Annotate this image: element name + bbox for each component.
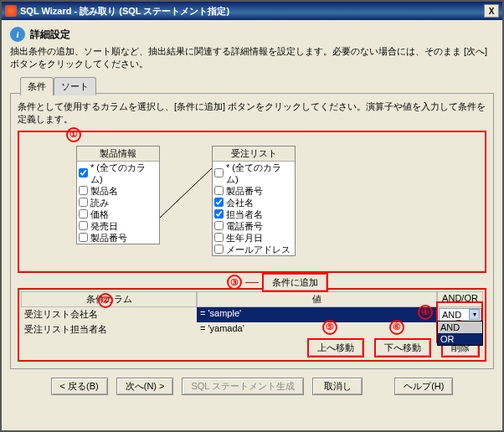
col-label: 読み <box>90 197 109 208</box>
col-check[interactable] <box>214 209 224 219</box>
callout-3: ③ <box>227 275 242 290</box>
col-check[interactable] <box>79 233 88 242</box>
col-label: 製品番号 <box>226 185 263 197</box>
table-diagram: 製品情報 * (全てのカラム) 製品名 読み 価格 発売日 製品番号 受注リスト… <box>24 139 480 265</box>
col-check[interactable] <box>214 221 224 230</box>
col-check[interactable] <box>214 198 224 207</box>
page-heading: 詳細設定 <box>30 28 70 42</box>
tab-conditions[interactable]: 条件 <box>20 77 54 95</box>
info-icon: i <box>10 27 25 42</box>
dropdown-option-and[interactable]: AND <box>438 321 482 333</box>
dropdown-option-or[interactable]: OR <box>438 333 482 345</box>
table-title-left: 製品情報 <box>77 147 159 162</box>
move-down-button[interactable]: 下へ移動 <box>374 338 431 357</box>
table-list-right[interactable]: 受注リスト * (全てのカラム) 製品番号 会社名 担当者名 電話番号 生年月日… <box>212 146 296 256</box>
col-check[interactable] <box>214 244 224 254</box>
col-check[interactable] <box>79 221 88 230</box>
col-check[interactable] <box>79 186 88 195</box>
add-condition-button[interactable]: 条件に追加 <box>262 273 328 292</box>
col-check[interactable] <box>214 186 224 195</box>
col-label: メールアドレス <box>226 244 291 255</box>
tab-strip: 条件ソート <box>20 76 494 93</box>
col-label: 会社名 <box>226 197 254 208</box>
tab-panel: 条件として使用するカラムを選択し、[条件に追加] ボタンをクリックしてください。… <box>10 93 494 369</box>
col-check[interactable] <box>214 168 224 177</box>
condition-row[interactable]: 受注リスト会社名 = 'sample' AND ▾ AND OR <box>21 307 483 322</box>
col-label: 生年月日 <box>226 232 263 244</box>
col-check[interactable] <box>79 168 88 177</box>
col-check[interactable] <box>214 233 224 242</box>
col-label: * (全てのカラム) <box>90 162 157 185</box>
panel-instruction: 条件として使用するカラムを選択し、[条件に追加] ボタンをクリックしてください。… <box>18 100 486 126</box>
help-button[interactable]: ヘルプ(H) <box>394 378 453 395</box>
condition-grid-header: 条件カラム 値 AND/OR <box>21 291 483 307</box>
content-area: i 詳細設定 抽出条件の追加、ソート順など、抽出結果に関連する詳細情報を設定しま… <box>2 20 502 405</box>
col-label: 電話番号 <box>226 220 263 232</box>
callout-arrow <box>245 282 259 283</box>
callout-2: ② <box>98 293 113 308</box>
cond-column-cell: 受注リスト会社名 <box>21 307 197 322</box>
col-check[interactable] <box>79 209 88 219</box>
svg-line-0 <box>160 168 212 218</box>
table-title-right: 受注リスト <box>213 147 295 162</box>
table-list-left[interactable]: 製品情報 * (全てのカラム) 製品名 読み 価格 発売日 製品番号 <box>76 146 160 244</box>
generate-sql-button[interactable]: SQL ステートメント生成 <box>182 378 304 395</box>
col-label: 製品番号 <box>90 232 127 244</box>
next-button[interactable]: 次へ(N) > <box>116 378 174 395</box>
header-value: 値 <box>197 291 437 307</box>
titlebar: SQL Wizard - 読み取り (SQL ステートメント指定) X <box>2 2 502 20</box>
col-label: 発売日 <box>90 220 118 232</box>
cond-column-cell: 受注リスト担当者名 <box>21 322 197 337</box>
callout-4: ④ <box>418 305 433 320</box>
move-up-button[interactable]: 上へ移動 <box>307 338 364 357</box>
callout-5: ⑤ <box>322 320 337 335</box>
app-icon <box>5 5 17 17</box>
col-label: 価格 <box>90 208 109 220</box>
annotation-box-1: ① 製品情報 * (全てのカラム) 製品名 読み 価格 発売日 製品番号 受注リ… <box>18 131 486 273</box>
col-check[interactable] <box>79 198 88 207</box>
tab-sort[interactable]: ソート <box>54 77 96 95</box>
col-label: * (全てのカラム) <box>226 162 293 185</box>
page-description: 抽出条件の追加、ソート順など、抽出結果に関連する詳細情報を設定します。必要のない… <box>10 45 494 71</box>
wizard-button-bar: < 戻る(B) 次へ(N) > SQL ステートメント生成 取消し ヘルプ(H) <box>10 369 494 399</box>
callout-6: ⑥ <box>389 320 404 335</box>
wizard-window: SQL Wizard - 読み取り (SQL ステートメント指定) X i 詳細… <box>0 0 504 432</box>
col-label: 担当者名 <box>226 208 263 220</box>
back-button[interactable]: < 戻る(B) <box>51 378 108 395</box>
col-label: 製品名 <box>90 185 118 197</box>
close-button[interactable]: X <box>484 4 499 18</box>
window-title: SQL Wizard - 読み取り (SQL ステートメント指定) <box>20 5 484 18</box>
condition-row[interactable]: 受注リスト担当者名 = 'yamada' <box>21 322 483 337</box>
cancel-button[interactable]: 取消し <box>312 378 363 395</box>
andor-dropdown[interactable]: AND OR <box>437 321 483 346</box>
annotation-box-2: ③ 条件に追加 ② 条件カラム 値 AND/OR 受注リスト会社名 = 'sam… <box>18 288 486 362</box>
